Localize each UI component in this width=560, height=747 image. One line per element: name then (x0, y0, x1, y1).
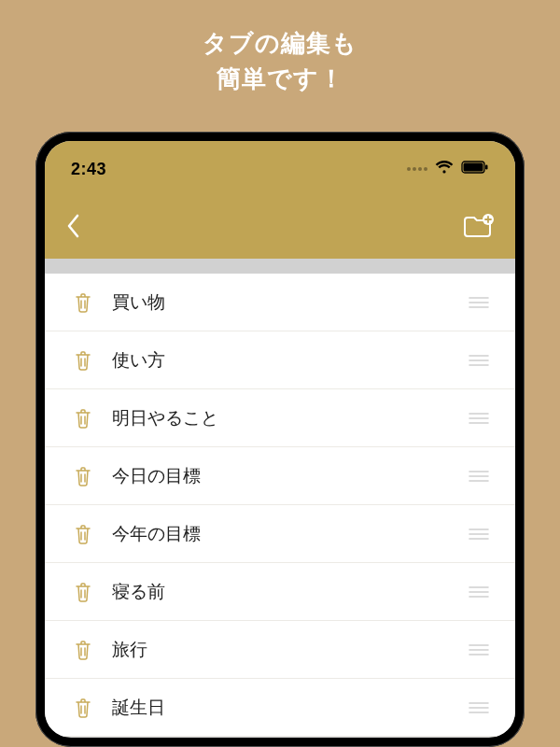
drag-handle[interactable] (465, 643, 493, 656)
cellular-icon (407, 167, 427, 171)
wifi-icon (435, 161, 454, 178)
trash-icon (74, 524, 92, 544)
tab-label: 旅行 (103, 638, 465, 662)
drag-handle[interactable] (465, 296, 493, 309)
drag-handle[interactable] (465, 470, 493, 483)
tab-label: 明日やること (103, 406, 465, 430)
promo-text: タブの編集も 簡単です！ (0, 0, 560, 132)
trash-icon (74, 408, 92, 429)
delete-button[interactable] (63, 292, 103, 313)
trash-icon (74, 582, 92, 602)
drag-handle-icon (469, 354, 489, 367)
list-gap (45, 259, 515, 274)
trash-icon (74, 698, 92, 718)
drag-handle[interactable] (465, 412, 493, 425)
battery-icon (461, 161, 489, 177)
trash-icon (74, 466, 92, 486)
list-item[interactable]: 寝る前 (45, 563, 515, 621)
trash-icon (74, 640, 92, 660)
back-button[interactable] (65, 213, 80, 243)
tab-label: 寝る前 (103, 580, 465, 604)
device-frame: 2:43 (35, 132, 525, 747)
device-screen: 2:43 (45, 141, 515, 738)
delete-button[interactable] (63, 640, 103, 660)
drag-handle[interactable] (465, 585, 493, 599)
tab-label: 今年の目標 (103, 522, 465, 546)
drag-handle-icon (469, 470, 489, 483)
promo-line-2: 簡単です！ (0, 62, 560, 97)
list-item[interactable]: 使い方 (45, 331, 515, 389)
tab-label: 誕生日 (103, 696, 465, 720)
drag-handle-icon (469, 528, 489, 541)
delete-button[interactable] (63, 524, 103, 544)
list-item[interactable]: 今日の目標 (45, 447, 515, 505)
trash-icon (74, 292, 92, 313)
drag-handle[interactable] (465, 528, 493, 541)
delete-button[interactable] (63, 350, 103, 371)
delete-button[interactable] (63, 698, 103, 718)
status-indicators (407, 161, 489, 178)
tab-label: 使い方 (103, 348, 465, 373)
tab-label: 今日の目標 (103, 464, 465, 488)
list-item[interactable]: 誕生日 (45, 679, 515, 737)
list-item[interactable]: 旅行 (45, 621, 515, 679)
tab-label: 買い物 (103, 290, 465, 315)
list-item[interactable]: 明日やること (45, 389, 515, 447)
svg-rect-2 (485, 165, 488, 170)
add-folder-icon (463, 213, 495, 239)
delete-button[interactable] (63, 466, 103, 486)
drag-handle-icon (469, 412, 489, 425)
drag-handle-icon (469, 296, 489, 309)
list-item[interactable]: 今年の目標 (45, 505, 515, 563)
drag-handle-icon (469, 585, 489, 599)
svg-rect-1 (464, 163, 483, 172)
chevron-left-icon (65, 213, 80, 239)
tab-list: 買い物 使い方 明日やること (45, 274, 515, 737)
trash-icon (74, 350, 92, 371)
drag-handle-icon (469, 643, 489, 656)
add-folder-button[interactable] (463, 213, 495, 243)
drag-handle[interactable] (465, 701, 493, 714)
delete-button[interactable] (63, 582, 103, 602)
nav-bar (45, 197, 515, 259)
list-item[interactable]: 買い物 (45, 274, 515, 331)
promo-line-1: タブの編集も (0, 26, 560, 62)
status-time: 2:43 (71, 160, 106, 179)
delete-button[interactable] (63, 408, 103, 429)
status-bar: 2:43 (45, 141, 515, 197)
drag-handle[interactable] (465, 354, 493, 367)
drag-handle-icon (469, 701, 489, 714)
